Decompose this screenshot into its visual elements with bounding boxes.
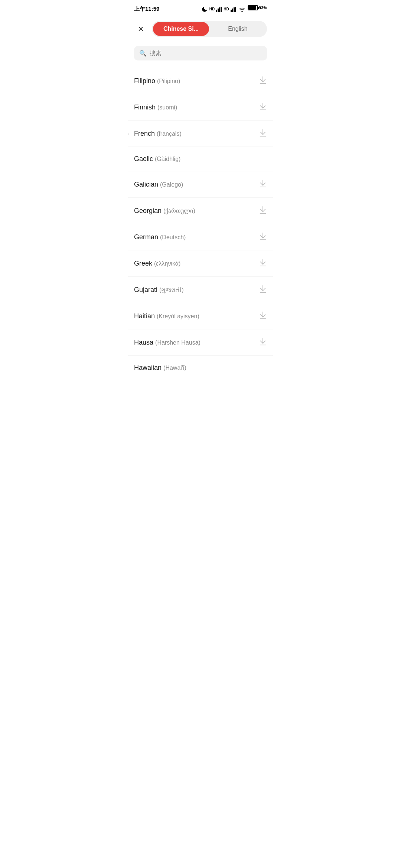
status-icons: HD HD (201, 5, 267, 13)
svg-rect-5 (232, 9, 233, 12)
language-name: German (Deutsch) (134, 233, 186, 241)
svg-rect-4 (231, 10, 232, 12)
status-time: 上午11:59 (134, 6, 159, 13)
language-item[interactable]: Filipino (Pilipino) (128, 68, 273, 94)
close-icon: ✕ (138, 25, 144, 33)
search-icon: 🔍 (139, 50, 147, 57)
language-name: Hausa (Harshen Hausa) (134, 339, 200, 346)
search-bar: 🔍 (134, 46, 267, 60)
language-item[interactable]: ▶French (français) (128, 121, 273, 147)
battery-indicator: HD HD (201, 5, 267, 13)
language-item[interactable]: Gujarati (ગુજરાતી) (128, 277, 273, 303)
language-name: Gujarati (ગુજરાતી) (134, 286, 184, 294)
download-icon[interactable] (259, 311, 267, 321)
download-icon[interactable] (259, 206, 267, 216)
download-icon[interactable] (259, 338, 267, 347)
language-name: French (français) (134, 130, 182, 138)
header: ✕ Chinese Si... English (128, 16, 273, 42)
download-icon[interactable] (259, 232, 267, 242)
language-item[interactable]: Greek (ελληνικά) (128, 250, 273, 277)
close-button[interactable]: ✕ (134, 22, 147, 36)
language-item[interactable]: Hawaiian (Hawai'i) (128, 356, 273, 380)
language-name: Galician (Galego) (134, 181, 183, 188)
language-item[interactable]: Galician (Galego) (128, 171, 273, 198)
language-item[interactable]: Gaelic (Gàidhlig) (128, 147, 273, 171)
search-input[interactable] (150, 50, 262, 57)
svg-rect-6 (234, 7, 235, 12)
language-item[interactable]: Haitian (Kreyòl ayisyen) (128, 303, 273, 329)
svg-rect-7 (235, 7, 236, 12)
svg-rect-0 (216, 10, 217, 12)
play-icon: ▶ (128, 131, 129, 137)
language-item[interactable]: Hausa (Harshen Hausa) (128, 329, 273, 356)
status-bar: 上午11:59 HD HD (128, 0, 273, 16)
tab-container: Chinese Si... English (152, 21, 267, 37)
language-name: Haitian (Kreyòl ayisyen) (134, 312, 199, 320)
language-list: Filipino (Pilipino) Finnish (suomi) ▶Fre… (128, 65, 273, 380)
download-icon[interactable] (259, 180, 267, 189)
language-name: Greek (ελληνικά) (134, 260, 180, 267)
language-name: Georgian (ქართული) (134, 207, 195, 215)
tab-english[interactable]: English (210, 22, 266, 36)
tab-chinese-simplified[interactable]: Chinese Si... (153, 22, 209, 36)
language-name: Filipino (Pilipino) (134, 77, 180, 85)
download-icon[interactable] (259, 285, 267, 295)
search-container: 🔍 (128, 42, 273, 65)
download-icon[interactable] (259, 76, 267, 86)
svg-rect-2 (219, 7, 220, 12)
language-name: Hawaiian (Hawai'i) (134, 364, 186, 372)
svg-rect-1 (218, 9, 219, 12)
language-name: Finnish (suomi) (134, 103, 177, 111)
download-icon[interactable] (259, 259, 267, 268)
language-item[interactable]: Finnish (suomi) (128, 94, 273, 121)
language-item[interactable]: Georgian (ქართული) (128, 198, 273, 224)
svg-rect-3 (221, 7, 222, 12)
language-item[interactable]: German (Deutsch) (128, 224, 273, 250)
language-name: Gaelic (Gàidhlig) (134, 155, 180, 163)
download-icon[interactable] (259, 129, 267, 138)
download-icon[interactable] (259, 102, 267, 112)
